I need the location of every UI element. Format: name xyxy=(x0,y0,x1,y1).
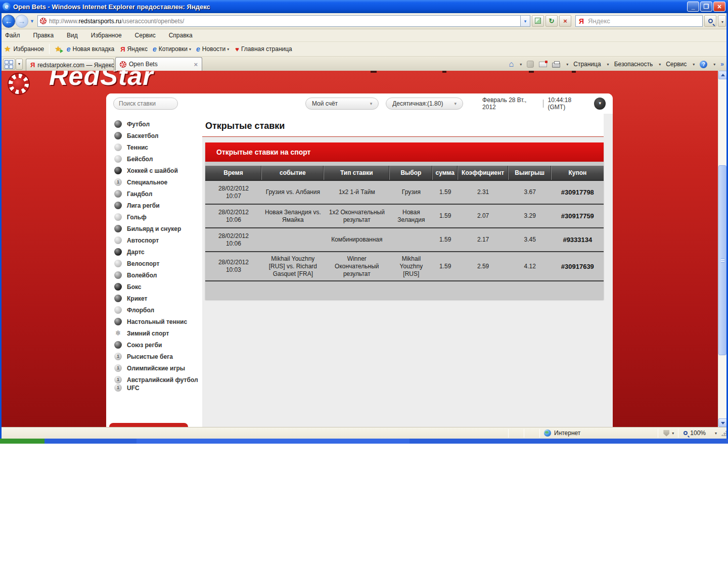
add-favorite-icon[interactable]: ★ xyxy=(55,44,61,54)
chevron-down-icon[interactable]: ▾ xyxy=(672,431,674,436)
sidebar-item-winter-sport[interactable]: ❄Зимний спорт xyxy=(114,330,202,337)
scroll-down-icon[interactable] xyxy=(718,418,727,427)
history-dropdown-icon[interactable]: ▼ xyxy=(30,19,34,24)
stop-button[interactable]: × xyxy=(559,15,571,27)
sidebar-red-button[interactable] xyxy=(109,423,188,427)
search-button[interactable] xyxy=(704,15,716,27)
chevron-down-icon[interactable]: ▾ xyxy=(566,62,568,67)
redstar-logo[interactable]: RedStar xyxy=(8,71,153,95)
command-bar: ⌂ ▾ ▾ Страница ▾ Безопасность ▾ Сервис ▾… xyxy=(509,60,728,71)
chevron-down-icon[interactable]: ▾ xyxy=(189,47,191,52)
menu-favorites[interactable]: Избранное xyxy=(91,32,122,39)
protected-mode-icon[interactable] xyxy=(663,430,669,437)
favorite-new-tab[interactable]: Новая вкладка xyxy=(73,45,115,53)
tab-list-dropdown-button[interactable]: ▾ xyxy=(16,59,23,70)
chip-favicon-icon xyxy=(120,61,126,68)
sidebar-item-ufc[interactable]: 1UFC xyxy=(114,385,202,392)
mail-icon[interactable] xyxy=(539,62,547,67)
favorite-news[interactable]: Новости xyxy=(202,45,225,53)
quick-tabs-button[interactable] xyxy=(3,59,15,70)
zoom-level[interactable]: 100% xyxy=(690,429,706,437)
collapse-header-button[interactable]: ▾ xyxy=(594,98,606,110)
sidebar-item-basketball[interactable]: Баскетбол xyxy=(114,132,202,139)
search-options-button[interactable]: ▾ xyxy=(718,15,726,27)
print-icon[interactable] xyxy=(552,63,560,68)
compatibility-view-button[interactable] xyxy=(532,15,544,27)
site-header-strip: > Мой счёт ▾ Десятичная:(1.80) ▾ Февраль… xyxy=(106,93,613,114)
sidebar-item-rugby-union[interactable]: Союз регби xyxy=(114,342,202,349)
menu-edit[interactable]: Правка xyxy=(33,32,54,39)
sidebar-item-ice-hockey[interactable]: Хоккей с шайбой xyxy=(114,167,202,174)
account-dropdown[interactable]: Мой счёт ▾ xyxy=(305,98,379,110)
sidebar-item-floorball[interactable]: Флорбол xyxy=(114,307,202,314)
tab-open-bets[interactable]: Open Bets × xyxy=(115,57,202,71)
sidebar-item-table-tennis[interactable]: Настольный теннис xyxy=(114,318,202,325)
restore-button[interactable]: ❐ xyxy=(700,2,712,12)
sidebar-item-billiards[interactable]: Бильярд и снукер xyxy=(114,225,202,232)
sidebar-item-olympics[interactable]: 1Олимпийские игры xyxy=(114,365,202,372)
forward-button[interactable]: → xyxy=(15,15,28,28)
tab-close-icon[interactable]: × xyxy=(188,61,198,68)
rss-feed-icon[interactable] xyxy=(527,61,534,68)
sidebar-item-cycling[interactable]: Велоспорт xyxy=(114,260,202,267)
redstar-logo-text: RedStar xyxy=(49,71,153,91)
odds-format-dropdown[interactable]: Десятичная:(1.80) ▾ xyxy=(386,98,463,110)
menu-tools[interactable]: Сервис xyxy=(135,32,156,39)
taskbar-sliver[interactable] xyxy=(0,439,728,444)
sidebar-item-rugby-league[interactable]: Лига регби xyxy=(114,202,202,209)
scroll-up-icon[interactable] xyxy=(718,71,727,79)
chevron-down-icon[interactable]: ▾ xyxy=(713,62,715,67)
more-toolbar-icon[interactable]: » xyxy=(720,61,724,68)
menu-view[interactable]: Вид xyxy=(67,32,78,39)
sidebar-item-special[interactable]: 1Специальное xyxy=(114,179,202,186)
coupon-link[interactable]: #30917798 xyxy=(552,181,604,204)
home-icon[interactable]: ⌂ xyxy=(509,60,514,69)
tab-redstarpoker[interactable]: Я redstarpoker.com — Яндекс... xyxy=(26,59,114,71)
sidebar-item-darts[interactable]: Дартс xyxy=(114,249,202,256)
refresh-button[interactable]: ↻ xyxy=(545,15,558,27)
chevron-down-icon[interactable]: ▾ xyxy=(227,47,229,52)
yandex-search-input[interactable]: Я Яндекс xyxy=(575,15,703,27)
col-win: Выигрыш xyxy=(509,166,552,180)
minimize-button[interactable]: _ xyxy=(687,2,699,12)
sidebar-item-golf[interactable]: Гольф xyxy=(114,214,202,221)
address-input[interactable]: http://www. redstarsports.ru /useraccoun… xyxy=(37,15,521,27)
chevron-down-icon[interactable]: ▾ xyxy=(520,62,522,67)
sidebar-item-motorsport[interactable]: Автоспорт xyxy=(114,237,202,244)
coupon-link[interactable]: #30917759 xyxy=(552,205,604,227)
tab-label: Open Bets xyxy=(129,61,158,68)
security-menu-button[interactable]: Безопасность xyxy=(614,61,653,68)
favorite-quotes[interactable]: Котировки xyxy=(159,45,188,53)
menu-help[interactable]: Справка xyxy=(169,32,193,39)
sidebar-item-baseball[interactable]: Бейсбол xyxy=(114,156,202,163)
ice-hockey-icon xyxy=(114,167,122,174)
bet-search-input[interactable] xyxy=(114,100,178,107)
favorites-bar: ★ Избранное ★ e Новая вкладка Я Яндекс e… xyxy=(0,42,728,57)
tools-menu-button[interactable]: Сервис xyxy=(666,61,687,68)
sidebar-item-boxing[interactable]: Бокс xyxy=(114,283,202,291)
scrollbar-thumb[interactable] xyxy=(718,165,726,355)
address-dropdown-button[interactable]: ▾ xyxy=(521,15,530,27)
vertical-scrollbar[interactable] xyxy=(718,71,726,427)
sidebar-item-volleyball[interactable]: Волейбол xyxy=(114,272,202,279)
help-icon[interactable]: ? xyxy=(700,61,707,68)
sidebar-item-cricket[interactable]: Крикет xyxy=(114,295,202,302)
sidebar-item-football[interactable]: Футбол xyxy=(114,121,202,128)
sidebar-item-trotting[interactable]: 1Рысистые бега xyxy=(114,353,202,360)
coupon-link[interactable]: #9333134 xyxy=(552,228,604,251)
chevron-down-icon[interactable]: ▾ xyxy=(715,431,717,436)
page-menu-button[interactable]: Страница xyxy=(573,61,601,68)
close-button[interactable]: × xyxy=(713,2,725,12)
menu-file[interactable]: Файл xyxy=(5,32,20,39)
sidebar-item-tennis[interactable]: Теннис xyxy=(114,144,202,151)
zoom-icon[interactable] xyxy=(684,431,688,435)
sidebar-item-handball[interactable]: Гандбол xyxy=(114,190,202,198)
rugby-league-icon xyxy=(114,202,122,209)
favorites-button[interactable]: Избранное xyxy=(13,45,44,53)
main-content: Открытые ставки Открытые ставки на спорт… xyxy=(202,114,613,427)
favorite-yandex[interactable]: Яндекс xyxy=(127,45,148,53)
favorite-home-page[interactable]: Главная страница xyxy=(241,45,292,53)
coupon-link[interactable]: #30917639 xyxy=(552,252,604,280)
back-button[interactable]: ← xyxy=(2,15,15,28)
sidebar-item-aussie-rules[interactable]: 1Австралийский футбол xyxy=(114,376,202,384)
